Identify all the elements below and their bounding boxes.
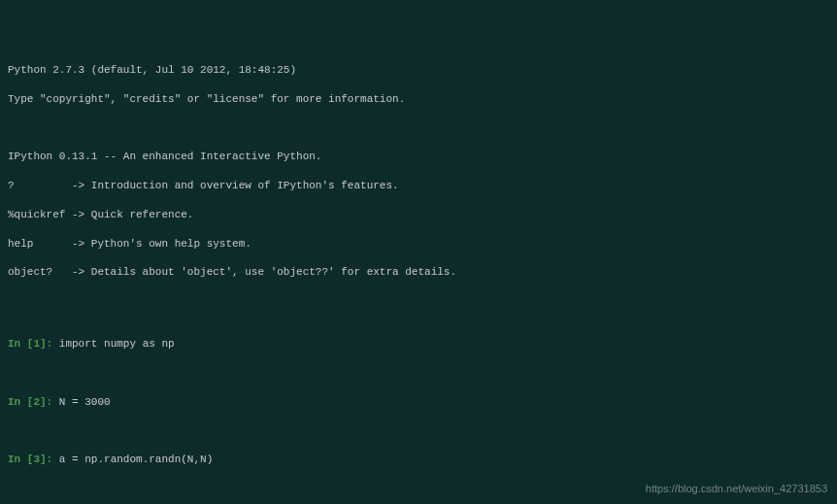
help-intro: ? -> Introduction and overview of IPytho… [8, 179, 829, 193]
python-info: Type "copyright", "credits" or "license"… [8, 92, 829, 107]
help-object: object? -> Details about 'object', use '… [8, 265, 829, 280]
blank [8, 294, 829, 309]
python-version: Python 2.7.3 (default, Jul 10 2012, 18:4… [8, 63, 829, 78]
watermark: https://blog.csdn.net/weixin_42731853 [646, 482, 827, 496]
help-help: help -> Python's own help system. [8, 237, 829, 252]
ipython-banner: IPython 0.13.1 -- An enhanced Interactiv… [8, 150, 829, 164]
blank [8, 366, 829, 381]
help-quickref: %quickref -> Quick reference. [8, 208, 829, 222]
input-cell-3[interactable]: In [3]: a = np.random.randn(N,N) [8, 453, 829, 467]
input-cell-1[interactable]: In [1]: import numpy as np [8, 337, 829, 352]
blank [8, 423, 829, 438]
blank [8, 121, 829, 136]
input-cell-2[interactable]: In [2]: N = 3000 [8, 395, 829, 410]
